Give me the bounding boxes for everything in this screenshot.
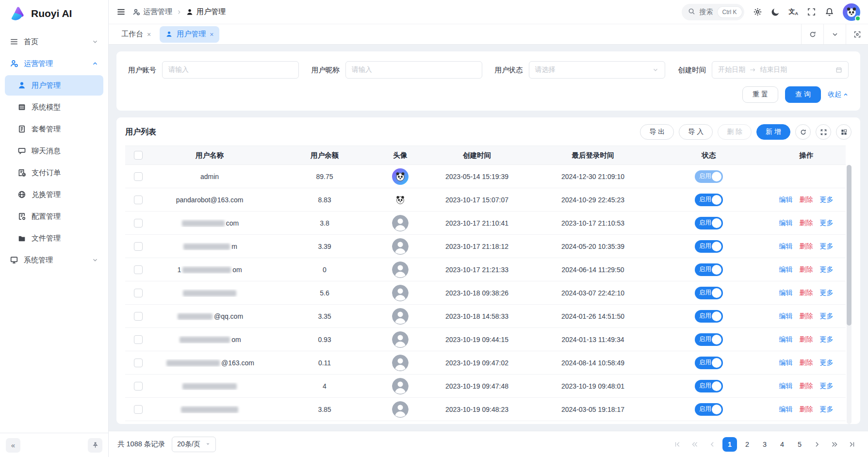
pagination-last-button[interactable] — [845, 437, 859, 452]
user-nickname-input[interactable]: 请输入 — [345, 61, 482, 79]
sidebar-collapse-button[interactable]: « — [6, 438, 20, 453]
pagination-page-4[interactable]: 4 — [775, 437, 789, 452]
more-link[interactable]: 更多 — [820, 242, 834, 250]
collapse-filters-button[interactable]: 收起 — [828, 90, 849, 99]
delete-link[interactable]: 删除 — [800, 289, 813, 296]
row-checkbox[interactable] — [134, 382, 143, 391]
select-all-checkbox[interactable] — [134, 151, 143, 160]
status-toggle[interactable]: 启用 — [695, 217, 723, 229]
delete-link[interactable]: 删除 — [800, 265, 813, 273]
sidebar-item-exchange-management[interactable]: 兑换管理 — [5, 184, 103, 205]
delete-link[interactable]: 删除 — [800, 405, 813, 413]
status-toggle[interactable]: 启用 — [695, 333, 723, 346]
search-button[interactable]: 查 询 — [785, 86, 821, 103]
pagination-first-button[interactable] — [670, 437, 685, 452]
row-checkbox[interactable] — [134, 335, 143, 344]
more-link[interactable]: 更多 — [820, 405, 834, 413]
edit-link[interactable]: 编辑 — [779, 405, 793, 413]
more-link[interactable]: 更多 — [820, 289, 834, 296]
edit-link[interactable]: 编辑 — [779, 382, 793, 390]
pagination-prev-button[interactable] — [705, 437, 720, 452]
tab-close-icon[interactable]: × — [147, 31, 151, 38]
delete-link[interactable]: 删除 — [800, 382, 813, 390]
tab-options-chevron-icon[interactable] — [823, 24, 846, 44]
status-toggle[interactable]: 启用 — [695, 310, 723, 323]
table-columns-button[interactable] — [836, 124, 852, 140]
row-checkbox[interactable] — [134, 196, 143, 204]
delete-button[interactable]: 删 除 — [718, 124, 752, 140]
pagination-next-group-button[interactable] — [827, 437, 842, 452]
sidebar-item-config-management[interactable]: 配置管理 — [5, 206, 103, 227]
language-translate-icon[interactable]: 文A — [789, 8, 799, 16]
status-toggle[interactable]: 启用 — [695, 240, 723, 253]
table-fullscreen-button[interactable] — [816, 124, 831, 140]
tab-close-icon[interactable]: × — [210, 31, 213, 38]
more-link[interactable]: 更多 — [820, 359, 834, 366]
hamburger-menu-icon[interactable] — [116, 7, 126, 16]
status-toggle[interactable]: 启用 — [695, 380, 723, 392]
delete-link[interactable]: 删除 — [800, 359, 813, 366]
fullscreen-icon[interactable] — [807, 7, 816, 16]
pagination-page-5[interactable]: 5 — [792, 437, 807, 452]
breadcrumb-item-operations[interactable]: 运营管理 — [132, 7, 172, 16]
sidebar-item-file-management[interactable]: 文件管理 — [5, 228, 103, 248]
sidebar-item-operations[interactable]: 运营管理 — [5, 53, 103, 74]
edit-link[interactable]: 编辑 — [779, 335, 793, 343]
breadcrumb-item-user-management[interactable]: 用户管理 — [186, 7, 226, 16]
more-link[interactable]: 更多 — [820, 382, 834, 390]
tab-user-management[interactable]: 用户管理× — [160, 26, 219, 43]
status-toggle[interactable]: 启用 — [695, 287, 723, 299]
table-scrollbar[interactable] — [847, 165, 852, 424]
more-link[interactable]: 更多 — [820, 219, 834, 227]
edit-link[interactable]: 编辑 — [779, 359, 793, 366]
pagination-page-3[interactable]: 3 — [757, 437, 772, 452]
delete-link[interactable]: 删除 — [800, 242, 813, 250]
edit-link[interactable]: 编辑 — [779, 219, 793, 227]
edit-link[interactable]: 编辑 — [779, 196, 793, 203]
search-input[interactable]: 搜索 Ctrl K — [682, 4, 744, 20]
delete-link[interactable]: 删除 — [800, 219, 813, 227]
theme-moon-icon[interactable] — [771, 7, 780, 16]
content-fullscreen-icon[interactable] — [846, 24, 868, 44]
row-checkbox[interactable] — [134, 359, 143, 367]
edit-link[interactable]: 编辑 — [779, 289, 793, 296]
scrollbar-thumb[interactable] — [847, 165, 852, 326]
sidebar-item-plan-management[interactable]: 套餐管理 — [5, 119, 103, 139]
user-avatar[interactable] — [843, 3, 860, 21]
table-refresh-button[interactable] — [795, 124, 811, 140]
sidebar-pin-button[interactable] — [88, 438, 102, 453]
edit-link[interactable]: 编辑 — [779, 312, 793, 320]
notifications-icon[interactable] — [825, 7, 834, 16]
delete-link[interactable]: 删除 — [800, 196, 813, 203]
row-checkbox[interactable] — [134, 265, 143, 274]
status-toggle[interactable]: 启用 — [695, 263, 723, 276]
pagination-next-button[interactable] — [810, 437, 824, 452]
row-checkbox[interactable] — [134, 312, 143, 321]
tab-workbench[interactable]: 工作台× — [115, 26, 157, 43]
user-status-select[interactable]: 请选择 — [529, 61, 666, 79]
edit-link[interactable]: 编辑 — [779, 242, 793, 250]
row-checkbox[interactable] — [134, 172, 143, 181]
more-link[interactable]: 更多 — [820, 265, 834, 273]
more-link[interactable]: 更多 — [820, 196, 834, 203]
status-toggle[interactable]: 启用 — [695, 194, 723, 206]
user-account-input[interactable]: 请输入 — [162, 61, 299, 79]
export-button[interactable]: 导 出 — [640, 124, 674, 140]
add-button[interactable]: 新 增 — [756, 124, 790, 140]
sidebar-item-user-management[interactable]: 用户管理 — [5, 75, 103, 96]
sidebar-item-home[interactable]: 首页 — [5, 32, 103, 52]
edit-link[interactable]: 编辑 — [779, 265, 793, 273]
more-link[interactable]: 更多 — [820, 335, 834, 343]
sidebar-item-chat-messages[interactable]: 聊天消息 — [5, 141, 103, 161]
reset-button[interactable]: 重 置 — [742, 86, 778, 103]
delete-link[interactable]: 删除 — [800, 312, 813, 320]
status-toggle[interactable]: 启用 — [695, 170, 723, 183]
sidebar-item-payment-orders[interactable]: 支付订单 — [5, 163, 103, 183]
row-checkbox[interactable] — [134, 405, 143, 414]
pagination-page-2[interactable]: 2 — [740, 437, 754, 452]
row-checkbox[interactable] — [134, 289, 143, 297]
status-toggle[interactable]: 启用 — [695, 357, 723, 369]
pagination-page-1[interactable]: 1 — [722, 437, 737, 452]
pagination-prev-group-button[interactable] — [688, 437, 702, 452]
row-checkbox[interactable] — [134, 219, 143, 228]
